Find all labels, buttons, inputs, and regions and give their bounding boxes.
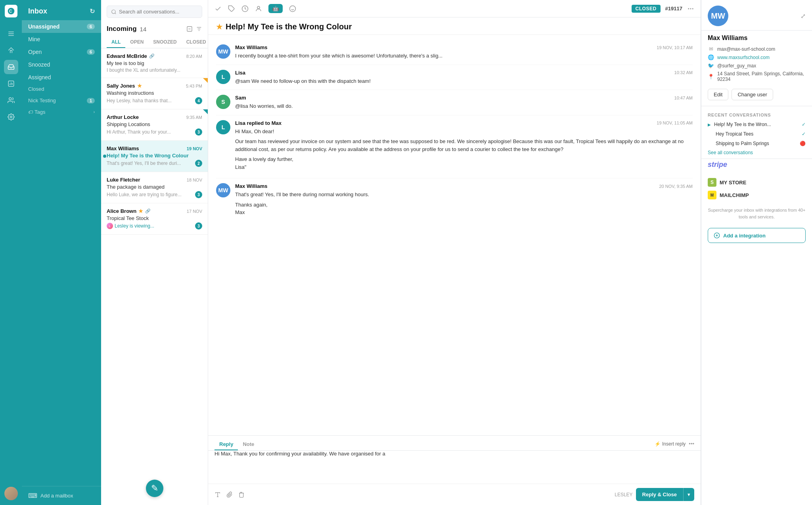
reply-tabs: Reply Note ⚡ Insert reply ••• bbox=[208, 436, 701, 451]
list-title-text: Incoming bbox=[107, 25, 137, 33]
expand-icon[interactable]: ⤢ bbox=[801, 12, 806, 20]
integration-item-shopify[interactable]: S MY STORE bbox=[708, 176, 806, 189]
badge-nick-testing: 1 bbox=[87, 98, 95, 103]
conv-name-alice: Alice Brown ★ 🔗 bbox=[107, 208, 151, 214]
filter-tab-closed[interactable]: CLOSED bbox=[182, 37, 211, 48]
reply-tab-note[interactable]: Note bbox=[238, 439, 259, 450]
change-user-button[interactable]: Change user bbox=[732, 89, 773, 100]
add-integration-desc: Supercharge your inbox with integrations… bbox=[701, 205, 812, 225]
edit-button[interactable]: Edit bbox=[708, 89, 728, 100]
title-star[interactable]: ★ bbox=[216, 23, 222, 31]
msg-count-luke: 3 bbox=[195, 191, 202, 198]
tags-item[interactable]: 🏷 Tags › bbox=[22, 107, 101, 117]
right-panel: MW ⤢ Max Williams ✉ max@max-surf-school.… bbox=[701, 0, 812, 505]
mailchimp-name: MAILCHIMP bbox=[720, 192, 749, 198]
app-logo[interactable]: C bbox=[5, 5, 17, 17]
conversation-list: Incoming 14 ALL OPEN SNOOZED CLOSED Edwa… bbox=[101, 0, 208, 505]
conv-subject-max: Help! My Tee is the Wrong Colour bbox=[107, 153, 202, 159]
sidebar-title-text: Inbox bbox=[28, 7, 47, 15]
message-max-2: MW Max Williams 20 NOV, 9:35 AM That's g… bbox=[216, 178, 693, 224]
contacts-icon[interactable] bbox=[4, 93, 18, 107]
sidebar-label-assigned: Assigned bbox=[28, 74, 51, 80]
insert-reply-button[interactable]: ⚡ Insert reply bbox=[655, 441, 686, 447]
text-format-icon[interactable] bbox=[214, 492, 221, 498]
sidebar-item-snoozed[interactable]: Snoozed bbox=[22, 58, 101, 71]
recent-conv-item-2[interactable]: Shipping to Palm Springs 🔴 bbox=[701, 139, 812, 148]
reply-tab-reply[interactable]: Reply bbox=[214, 439, 238, 450]
recent-conv-text-0: Help! My Tee is the Wron... bbox=[714, 122, 799, 127]
attach-icon[interactable] bbox=[226, 492, 233, 498]
conv-item-luke[interactable]: Luke Fletcher 18 NOV The package is dama… bbox=[101, 172, 208, 203]
right-panel-actions: Edit Change user bbox=[701, 85, 812, 104]
more-icon[interactable] bbox=[687, 5, 694, 12]
shopify-icon: S bbox=[708, 178, 716, 187]
assign-icon[interactable] bbox=[255, 5, 262, 12]
conv-title: ★ Help! My Tee is the Wrong Colour bbox=[216, 22, 693, 31]
bot-icon[interactable]: 🤖 bbox=[268, 4, 283, 13]
see-all-conversations[interactable]: See all conversations bbox=[701, 148, 812, 157]
avatar-lisa-reply: L bbox=[216, 120, 230, 134]
reply-bottom: LESLEY Reply & Close ▾ bbox=[208, 484, 701, 505]
menu-icon[interactable] bbox=[4, 27, 18, 41]
conv-item-arthur[interactable]: Arthur Locke 9:35 AM Shipping Locations … bbox=[101, 109, 208, 141]
reports-icon[interactable] bbox=[4, 77, 18, 91]
reply-more-icon[interactable]: ••• bbox=[689, 441, 694, 447]
sidebar-item-unassigned[interactable]: Unassigned 6 bbox=[22, 20, 101, 33]
reply-area: Reply Note ⚡ Insert reply ••• LESLEY bbox=[208, 435, 701, 505]
email-icon: ✉ bbox=[708, 46, 714, 52]
conv-item-edward[interactable]: Edward McBride 🔗 8:20 AM My tee is too b… bbox=[101, 48, 208, 78]
add-mailbox-button[interactable]: ⌨ Add a mailbox bbox=[22, 486, 101, 505]
user-website[interactable]: www.maxsurfschool.com bbox=[717, 55, 770, 60]
filter-tab-open[interactable]: OPEN bbox=[125, 37, 148, 48]
add-integration-button[interactable]: Add a integration bbox=[708, 228, 806, 243]
reply-close-button[interactable]: Reply & Close bbox=[636, 488, 683, 501]
filter-tab-snoozed[interactable]: SNOOZED bbox=[148, 37, 181, 48]
filter-tab-all[interactable]: ALL bbox=[107, 37, 125, 48]
conv-item-sally[interactable]: Sally Jones ★ 5:43 PM Washing instructio… bbox=[101, 78, 208, 109]
badge-unassigned: 6 bbox=[87, 24, 95, 29]
sidebar-item-closed[interactable]: Closed bbox=[22, 84, 101, 94]
integration-item-mailchimp[interactable]: M MAILCHIMP bbox=[708, 189, 806, 201]
svg-point-25 bbox=[690, 8, 691, 9]
svg-point-26 bbox=[693, 8, 693, 9]
clock-icon[interactable] bbox=[241, 5, 249, 12]
conv-item-alice[interactable]: Alice Brown ★ 🔗 17 NOV Tropical Tee Stoc… bbox=[101, 203, 208, 235]
search-input[interactable] bbox=[119, 9, 198, 15]
conv-name-luke: Luke Fletcher bbox=[107, 177, 140, 183]
svg-point-21 bbox=[290, 6, 296, 11]
reply-close-dropdown[interactable]: ▾ bbox=[683, 488, 694, 501]
sidebar-item-mine[interactable]: Mine bbox=[22, 33, 101, 46]
reply-textarea[interactable] bbox=[214, 451, 694, 482]
user-email: max@max-surf-school.com bbox=[717, 46, 775, 52]
compose-fab[interactable]: ✎ bbox=[146, 480, 163, 497]
settings-icon[interactable] bbox=[4, 110, 18, 124]
conv-subject-edward: My tee is too big bbox=[107, 60, 202, 66]
message-lisa-reply: L Lisa replied to Max 19 NOV, 11:05 AM H… bbox=[216, 115, 693, 179]
conv-name-edward: Edward McBride 🔗 bbox=[107, 53, 155, 59]
right-panel-user-name: Max Williams bbox=[701, 31, 812, 43]
recent-conv-item-1[interactable]: Hey Tropical Tees ✓ bbox=[701, 129, 812, 139]
sidebar-item-open[interactable]: Open 6 bbox=[22, 46, 101, 58]
recent-conversations-title: RECENT CONVERSATIONS bbox=[701, 108, 812, 120]
msg-count-alice: 3 bbox=[195, 222, 202, 230]
badge-open: 6 bbox=[87, 49, 95, 55]
user-avatar-bottom[interactable] bbox=[4, 487, 18, 500]
home-icon[interactable] bbox=[4, 43, 18, 57]
search-bar[interactable] bbox=[107, 6, 202, 18]
sidebar-item-assigned[interactable]: Assigned bbox=[22, 71, 101, 84]
check-icon[interactable] bbox=[214, 5, 222, 12]
user-avatar-lg: MW bbox=[708, 6, 728, 26]
msg-body-max-1: Max Williams 19 NOV, 10:17 AM I recently… bbox=[235, 44, 693, 60]
sidebar-item-nick-testing[interactable]: Nick Testing 1 bbox=[22, 94, 101, 107]
conv-item-max[interactable]: Max Williams 19 NOV Help! My Tee is the … bbox=[101, 141, 208, 172]
delete-icon[interactable] bbox=[238, 492, 245, 498]
inbox-icon[interactable] bbox=[4, 60, 18, 74]
conv-name-arthur: Arthur Locke bbox=[107, 114, 139, 120]
refresh-icon[interactable]: ↻ bbox=[90, 8, 95, 15]
filter-icon[interactable] bbox=[196, 26, 202, 32]
label-icon[interactable] bbox=[228, 5, 235, 12]
compose-icon[interactable] bbox=[186, 26, 193, 32]
recent-conv-item-0[interactable]: ▶ Help! My Tee is the Wron... ✓ bbox=[701, 120, 812, 129]
emoji-icon[interactable] bbox=[289, 5, 296, 12]
reply-bottom-icons bbox=[214, 492, 245, 498]
